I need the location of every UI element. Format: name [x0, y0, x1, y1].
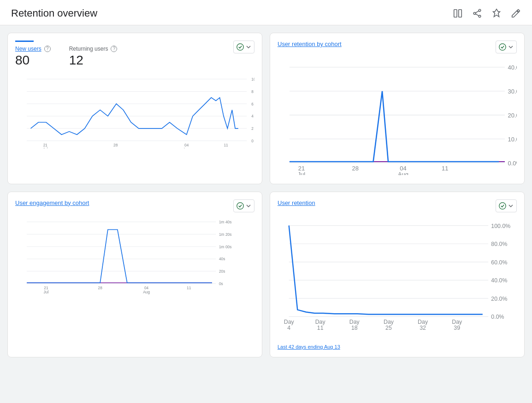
user-retention-header: User retention: [278, 199, 517, 212]
svg-text:10.0%: 10.0%: [508, 136, 517, 143]
retention-cohort-chart: 40.0% 30.0% 20.0% 10.0% 0.0% 21 Jul 28 0…: [278, 55, 517, 176]
svg-text:20s: 20s: [219, 269, 225, 274]
svg-text:Aug: Aug: [143, 289, 150, 294]
new-users-label: New users ?: [15, 46, 51, 52]
user-retention-title[interactable]: User retention: [278, 199, 315, 206]
svg-text:20.0%: 20.0%: [508, 112, 517, 119]
page-title: Retention overview: [11, 7, 97, 19]
svg-text:2: 2: [251, 126, 254, 131]
engagement-cohort-chart: 1m 40s 1m 20s 1m 00s 40s 20s 0s 21 Jul 2…: [15, 214, 254, 300]
svg-text:1m 40s: 1m 40s: [219, 220, 231, 224]
user-retention-dropdown[interactable]: [496, 199, 517, 212]
svg-text:11: 11: [442, 165, 448, 172]
svg-text:6: 6: [251, 102, 254, 106]
svg-text:4: 4: [287, 324, 290, 331]
compare-icon[interactable]: [453, 8, 463, 18]
check-circle-icon-4: [499, 202, 506, 210]
svg-text:100.0%: 100.0%: [491, 222, 510, 229]
svg-text:0s: 0s: [219, 281, 223, 286]
svg-text:80.0%: 80.0%: [491, 241, 507, 247]
new-users-metric: New users ? 80: [15, 46, 51, 68]
engagement-cohort-dropdown[interactable]: [233, 199, 254, 212]
user-retention-chart: 100.0% 80.0% 60.0% 40.0% 20.0% 0.0% Day …: [278, 214, 517, 341]
user-retention-card: User retention: [270, 192, 525, 358]
pin-icon[interactable]: [491, 8, 502, 18]
check-circle-icon-3: [236, 202, 244, 210]
svg-text:Jul: Jul: [44, 289, 49, 294]
svg-point-4: [479, 15, 481, 18]
engagement-cohort-header: User engagement by cohort: [15, 199, 254, 212]
svg-text:8: 8: [251, 89, 254, 94]
last-days-text[interactable]: Last 42 days ending Aug 13: [278, 344, 517, 350]
svg-text:0.0%: 0.0%: [491, 314, 504, 320]
svg-point-7: [237, 44, 243, 50]
returning-users-metric: Returning users ? 12: [69, 46, 118, 68]
svg-text:1m 20s: 1m 20s: [219, 232, 231, 236]
retention-cohort-card: User retention by cohort: [270, 33, 525, 184]
svg-rect-1: [459, 10, 461, 18]
svg-text:11: 11: [317, 324, 324, 331]
returning-users-info-icon[interactable]: ?: [111, 46, 117, 52]
svg-text:Jul: Jul: [298, 171, 306, 175]
svg-point-2: [479, 9, 481, 12]
svg-line-5: [476, 14, 479, 16]
engagement-cohort-title[interactable]: User engagement by cohort: [15, 199, 89, 206]
page-header: Retention overview: [0, 0, 532, 25]
svg-text:4: 4: [251, 114, 254, 118]
header-icons: [453, 8, 521, 18]
svg-text:28: 28: [352, 165, 358, 172]
users-chart: 10 8 6 4 2 0 21 Jul 28 04 Aug 11: [15, 71, 254, 150]
chevron-down-icon: [246, 44, 251, 50]
users-card-check-dropdown[interactable]: [233, 41, 254, 53]
share-icon[interactable]: [472, 8, 482, 18]
svg-text:Aug: Aug: [398, 171, 408, 175]
check-circle-icon: [236, 43, 244, 51]
svg-text:11: 11: [224, 143, 228, 147]
svg-text:0.0%: 0.0%: [508, 160, 517, 167]
chevron-down-icon-2: [508, 44, 514, 50]
svg-text:1m 00s: 1m 00s: [219, 244, 231, 249]
chevron-down-icon-4: [508, 203, 514, 209]
svg-text:39: 39: [454, 324, 460, 331]
svg-text:60.0%: 60.0%: [491, 259, 507, 265]
svg-text:Jul: Jul: [43, 147, 48, 149]
returning-users-label: Returning users ?: [69, 46, 118, 52]
engagement-cohort-card: User engagement by cohort: [7, 192, 262, 358]
metrics-row: New users ? 80 Returning users ? 12: [15, 46, 117, 68]
svg-point-64: [499, 202, 506, 209]
check-circle-icon-2: [499, 43, 506, 51]
svg-text:30.0%: 30.0%: [508, 88, 517, 95]
retention-cohort-title[interactable]: User retention by cohort: [278, 41, 342, 47]
svg-text:40.0%: 40.0%: [508, 64, 517, 71]
svg-point-3: [473, 12, 476, 15]
svg-text:40.0%: 40.0%: [491, 277, 507, 284]
new-users-value: 80: [15, 53, 51, 68]
svg-line-6: [476, 11, 479, 13]
svg-rect-0: [454, 10, 457, 18]
chevron-down-icon-3: [246, 203, 251, 209]
users-metrics: New users ? 80 Returning users ? 12: [15, 41, 117, 70]
svg-text:Aug: Aug: [183, 147, 190, 149]
svg-text:32: 32: [420, 324, 426, 331]
svg-text:0: 0: [251, 139, 254, 143]
svg-text:11: 11: [187, 286, 191, 290]
svg-text:40s: 40s: [219, 257, 225, 261]
svg-text:28: 28: [98, 286, 103, 290]
svg-text:25: 25: [385, 324, 392, 331]
svg-point-44: [237, 202, 243, 209]
dashboard: New users ? 80 Returning users ? 12: [0, 25, 532, 365]
svg-text:10: 10: [251, 77, 254, 82]
retention-cohort-dropdown[interactable]: [496, 41, 517, 53]
returning-users-value: 12: [69, 53, 118, 68]
svg-text:28: 28: [113, 143, 118, 147]
blue-underline: [15, 41, 34, 42]
svg-point-26: [499, 44, 506, 50]
svg-text:18: 18: [351, 324, 358, 331]
new-users-info-icon[interactable]: ?: [44, 46, 51, 52]
retention-cohort-header: User retention by cohort: [278, 41, 517, 53]
edit-icon[interactable]: [511, 8, 521, 18]
users-card: New users ? 80 Returning users ? 12: [7, 33, 262, 184]
svg-text:20.0%: 20.0%: [491, 295, 507, 302]
users-card-header: New users ? 80 Returning users ? 12: [15, 41, 254, 70]
